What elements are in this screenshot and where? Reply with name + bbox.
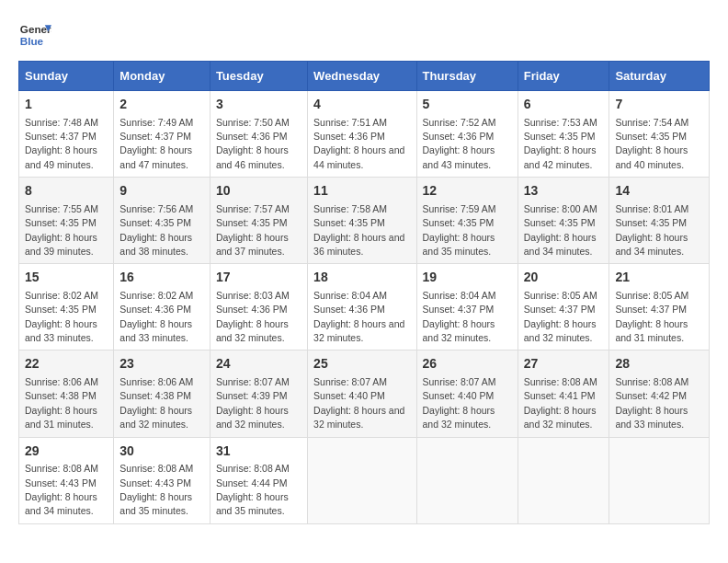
calendar-cell: 14Sunrise: 8:01 AMSunset: 4:35 PMDayligh… xyxy=(609,178,710,264)
day-detail: Sunrise: 7:48 AMSunset: 4:37 PMDaylight:… xyxy=(25,117,98,170)
day-number: 20 xyxy=(524,269,604,287)
day-number: 9 xyxy=(119,182,204,201)
day-number: 16 xyxy=(119,269,204,287)
calendar-cell: 22Sunrise: 8:06 AMSunset: 4:38 PMDayligh… xyxy=(19,350,114,437)
calendar-cell: 27Sunrise: 8:08 AMSunset: 4:41 PMDayligh… xyxy=(518,350,609,437)
logo: General Blue xyxy=(18,18,51,52)
day-detail: Sunrise: 7:49 AMSunset: 4:37 PMDaylight:… xyxy=(119,117,193,170)
day-detail: Sunrise: 8:08 AMSunset: 4:44 PMDaylight:… xyxy=(216,463,290,516)
calendar-cell: 7Sunrise: 7:54 AMSunset: 4:35 PMDaylight… xyxy=(609,91,710,178)
day-detail: Sunrise: 8:04 AMSunset: 4:36 PMDaylight:… xyxy=(313,290,404,343)
calendar-cell: 25Sunrise: 8:07 AMSunset: 4:40 PMDayligh… xyxy=(308,350,416,437)
day-detail: Sunrise: 8:07 AMSunset: 4:39 PMDaylight:… xyxy=(216,376,290,430)
day-number: 11 xyxy=(313,182,410,201)
day-detail: Sunrise: 8:05 AMSunset: 4:37 PMDaylight:… xyxy=(615,290,688,343)
day-number: 10 xyxy=(216,182,301,201)
day-detail: Sunrise: 8:06 AMSunset: 4:38 PMDaylight:… xyxy=(25,376,98,430)
day-number: 5 xyxy=(423,96,512,114)
day-number: 26 xyxy=(423,355,512,373)
day-detail: Sunrise: 7:54 AMSunset: 4:35 PMDaylight:… xyxy=(615,117,688,170)
day-detail: Sunrise: 7:57 AMSunset: 4:35 PMDaylight:… xyxy=(216,203,290,257)
day-detail: Sunrise: 8:01 AMSunset: 4:35 PMDaylight:… xyxy=(615,203,688,257)
day-number: 12 xyxy=(423,182,512,201)
column-header-thursday: Thursday xyxy=(416,62,518,91)
day-detail: Sunrise: 8:02 AMSunset: 4:35 PMDaylight:… xyxy=(25,290,98,343)
calendar-cell: 31Sunrise: 8:08 AMSunset: 4:44 PMDayligh… xyxy=(210,437,307,523)
calendar-cell: 5Sunrise: 7:52 AMSunset: 4:36 PMDaylight… xyxy=(416,91,518,178)
calendar-header-row: SundayMondayTuesdayWednesdayThursdayFrid… xyxy=(19,62,710,91)
column-header-friday: Friday xyxy=(518,62,609,91)
week-row-4: 22Sunrise: 8:06 AMSunset: 4:38 PMDayligh… xyxy=(19,350,710,437)
calendar-cell xyxy=(609,437,710,523)
day-number: 29 xyxy=(25,442,108,461)
calendar-cell: 17Sunrise: 8:03 AMSunset: 4:36 PMDayligh… xyxy=(210,264,307,350)
day-detail: Sunrise: 8:00 AMSunset: 4:35 PMDaylight:… xyxy=(524,203,597,257)
day-number: 17 xyxy=(216,269,301,287)
day-detail: Sunrise: 8:07 AMSunset: 4:40 PMDaylight:… xyxy=(313,376,404,430)
day-number: 19 xyxy=(423,269,512,287)
day-detail: Sunrise: 8:04 AMSunset: 4:37 PMDaylight:… xyxy=(423,290,496,343)
calendar-cell: 23Sunrise: 8:06 AMSunset: 4:38 PMDayligh… xyxy=(114,350,210,437)
day-number: 14 xyxy=(615,182,703,201)
day-number: 18 xyxy=(313,269,410,287)
calendar-cell: 28Sunrise: 8:08 AMSunset: 4:42 PMDayligh… xyxy=(609,350,710,437)
day-number: 6 xyxy=(524,96,604,114)
day-detail: Sunrise: 8:08 AMSunset: 4:41 PMDaylight:… xyxy=(524,376,597,430)
day-number: 28 xyxy=(615,355,703,373)
svg-text:General: General xyxy=(20,23,51,35)
calendar-cell: 16Sunrise: 8:02 AMSunset: 4:36 PMDayligh… xyxy=(114,264,210,350)
day-detail: Sunrise: 7:59 AMSunset: 4:35 PMDaylight:… xyxy=(423,203,496,257)
header: General Blue xyxy=(18,18,710,52)
calendar-cell: 26Sunrise: 8:07 AMSunset: 4:40 PMDayligh… xyxy=(416,350,518,437)
calendar-cell: 24Sunrise: 8:07 AMSunset: 4:39 PMDayligh… xyxy=(210,350,307,437)
calendar-cell: 10Sunrise: 7:57 AMSunset: 4:35 PMDayligh… xyxy=(210,178,307,264)
day-number: 25 xyxy=(313,355,410,373)
day-detail: Sunrise: 8:07 AMSunset: 4:40 PMDaylight:… xyxy=(423,376,496,430)
column-header-saturday: Saturday xyxy=(609,62,710,91)
calendar-cell: 2Sunrise: 7:49 AMSunset: 4:37 PMDaylight… xyxy=(114,91,210,178)
day-detail: Sunrise: 7:56 AMSunset: 4:35 PMDaylight:… xyxy=(119,203,193,257)
day-detail: Sunrise: 7:53 AMSunset: 4:35 PMDaylight:… xyxy=(524,117,597,170)
day-detail: Sunrise: 7:52 AMSunset: 4:36 PMDaylight:… xyxy=(423,117,496,170)
calendar-cell: 11Sunrise: 7:58 AMSunset: 4:35 PMDayligh… xyxy=(308,178,416,264)
column-header-wednesday: Wednesday xyxy=(308,62,416,91)
day-detail: Sunrise: 8:02 AMSunset: 4:36 PMDaylight:… xyxy=(119,290,193,343)
calendar-cell: 6Sunrise: 7:53 AMSunset: 4:35 PMDaylight… xyxy=(518,91,609,178)
calendar-cell: 12Sunrise: 7:59 AMSunset: 4:35 PMDayligh… xyxy=(416,178,518,264)
calendar-cell: 3Sunrise: 7:50 AMSunset: 4:36 PMDaylight… xyxy=(210,91,307,178)
day-number: 31 xyxy=(216,442,301,461)
week-row-5: 29Sunrise: 8:08 AMSunset: 4:43 PMDayligh… xyxy=(19,437,710,523)
calendar-cell xyxy=(518,437,609,523)
calendar-cell xyxy=(416,437,518,523)
day-number: 27 xyxy=(524,355,604,373)
day-detail: Sunrise: 8:06 AMSunset: 4:38 PMDaylight:… xyxy=(119,376,193,430)
day-detail: Sunrise: 7:55 AMSunset: 4:35 PMDaylight:… xyxy=(25,203,98,257)
day-number: 22 xyxy=(25,355,108,373)
day-detail: Sunrise: 7:58 AMSunset: 4:35 PMDaylight:… xyxy=(313,203,404,257)
calendar-cell: 19Sunrise: 8:04 AMSunset: 4:37 PMDayligh… xyxy=(416,264,518,350)
calendar-cell: 8Sunrise: 7:55 AMSunset: 4:35 PMDaylight… xyxy=(19,178,114,264)
calendar-cell: 20Sunrise: 8:05 AMSunset: 4:37 PMDayligh… xyxy=(518,264,609,350)
day-number: 7 xyxy=(615,96,703,114)
calendar-cell: 4Sunrise: 7:51 AMSunset: 4:36 PMDaylight… xyxy=(308,91,416,178)
logo-icon: General Blue xyxy=(18,18,51,52)
day-number: 21 xyxy=(615,269,703,287)
day-detail: Sunrise: 8:08 AMSunset: 4:43 PMDaylight:… xyxy=(119,463,193,516)
day-number: 8 xyxy=(25,182,108,201)
column-header-tuesday: Tuesday xyxy=(210,62,307,91)
day-number: 23 xyxy=(119,355,204,373)
day-number: 24 xyxy=(216,355,301,373)
day-detail: Sunrise: 8:08 AMSunset: 4:43 PMDaylight:… xyxy=(25,463,98,516)
day-number: 13 xyxy=(524,182,604,201)
day-number: 2 xyxy=(119,96,204,114)
day-detail: Sunrise: 7:51 AMSunset: 4:36 PMDaylight:… xyxy=(313,117,404,170)
column-header-sunday: Sunday xyxy=(19,62,114,91)
svg-text:Blue: Blue xyxy=(20,35,44,47)
day-number: 30 xyxy=(119,442,204,461)
day-number: 3 xyxy=(216,96,301,114)
day-detail: Sunrise: 8:03 AMSunset: 4:36 PMDaylight:… xyxy=(216,290,290,343)
day-number: 4 xyxy=(313,96,410,114)
calendar-cell xyxy=(308,437,416,523)
day-detail: Sunrise: 8:05 AMSunset: 4:37 PMDaylight:… xyxy=(524,290,597,343)
calendar-cell: 13Sunrise: 8:00 AMSunset: 4:35 PMDayligh… xyxy=(518,178,609,264)
